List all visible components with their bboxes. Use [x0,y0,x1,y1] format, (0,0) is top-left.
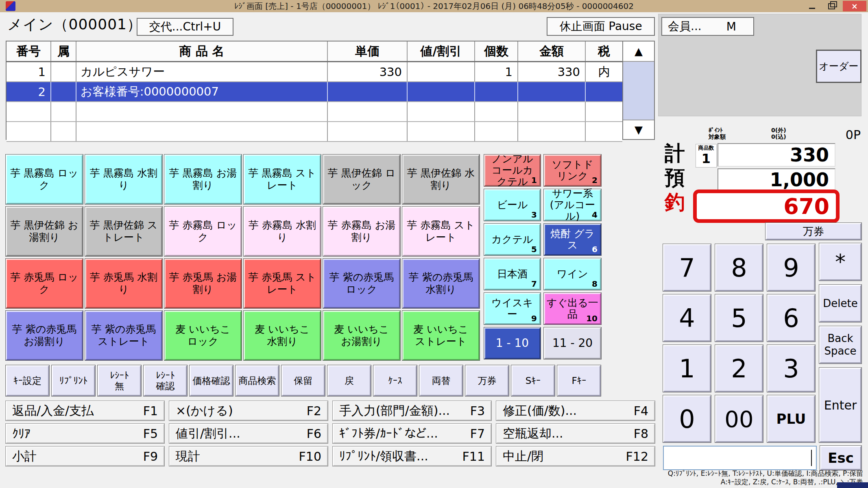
fkey-f11[interactable]: ﾘﾌﾟﾘﾝﾄ/領収書...F11 [333,447,491,466]
numpad-00[interactable]: 00 [715,395,763,442]
enter-button[interactable]: Enter [819,368,861,442]
pause-screen-button[interactable]: 休止画面 Pause [547,17,655,36]
product-button[interactable]: 芋 赤兎馬 水割り [85,259,162,308]
price-check-button[interactable]: 価格確認 [190,365,233,396]
product-button[interactable]: 芋 赤霧島 ストレート [402,207,480,256]
fkey-f3[interactable]: 手入力(部門/金額)...F3 [333,401,491,420]
product-button[interactable]: 芋 紫の赤兎馬 水割り [402,259,480,308]
product-button[interactable]: 芋 黒霧島 お湯割り [164,155,242,204]
product-button[interactable]: 芋 紫の赤兎馬 お湯割り [6,311,83,360]
plu-button[interactable]: PLU [767,395,815,442]
f-key-button[interactable]: Fｷｰ [557,365,601,396]
hold-button[interactable]: 保留 [281,365,325,396]
product-button-label: 芋 黒伊佐錦 ストレート [89,219,158,244]
reprint-button[interactable]: ﾘﾌﾟﾘﾝﾄ [52,365,95,396]
key-settings-button[interactable]: ｷｰ設定 [6,365,49,396]
close-button[interactable]: × [843,1,866,11]
numpad-6[interactable]: 6 [767,294,815,342]
member-button[interactable]: 会員... M [661,17,754,36]
product-button[interactable]: 麦 いいちこ ストレート [402,311,480,360]
category-button[interactable]: ソフトドリンク2 [544,155,601,186]
product-button-label: 芋 赤霧島 ロック [169,219,237,244]
numpad-7[interactable]: 7 [663,244,711,291]
restore-button[interactable] [823,1,840,11]
s-key-button[interactable]: Sｷｰ [511,365,555,396]
case-button[interactable]: ｹｰｽ [373,365,417,396]
numpad-8[interactable]: 8 [715,244,763,291]
numpad-9[interactable]: 9 [767,244,815,291]
category-button[interactable]: カクテル5 [484,224,541,255]
deposit-amount-value: 1,000 [770,169,829,191]
manken-row-button[interactable]: 万券 [465,365,509,396]
table-row[interactable] [7,102,622,122]
manken-button[interactable]: 万券 [765,223,861,240]
fkey-code: F2 [307,404,321,418]
numpad-2[interactable]: 2 [715,345,763,392]
no-receipt-button[interactable]: ﾚｼｰﾄ 無 [98,365,141,396]
product-button[interactable]: 麦 いいちこ 水割り [244,311,321,360]
fkey-f10[interactable]: 現計F10 [169,447,328,466]
product-button[interactable]: 芋 赤兎馬 ストレート [244,259,321,308]
category-button[interactable]: ノンアルコールカクテル1 [484,155,541,186]
product-button[interactable]: 麦 いいちこ お湯割り [323,311,400,360]
fkey-f12[interactable]: 中止/閉F12 [496,447,655,466]
product-button[interactable]: 芋 赤霧島 お湯割り [323,207,400,256]
minimize-button[interactable] [804,1,820,11]
numpad-4[interactable]: 4 [663,294,711,342]
category-button[interactable]: 日本酒7 [484,258,541,290]
category-button[interactable]: ビール3 [484,189,541,221]
esc-button[interactable]: Esc [820,446,861,470]
fkey-f1[interactable]: 返品/入金/支払F1 [6,401,164,420]
product-button[interactable]: 芋 赤霧島 ロック [164,207,242,256]
order-button[interactable]: オーダー [816,50,861,83]
fkey-f6[interactable]: 値引/割引...F6 [169,424,328,443]
fkey-f2[interactable]: ×(かける)F2 [169,401,328,420]
table-row[interactable]: 1 カルピスサワー 330 1 330 内 [7,62,622,82]
page-button-1-10[interactable]: 1 - 10 [484,327,541,359]
product-button[interactable]: 芋 赤兎馬 お湯割り [164,259,242,308]
table-row[interactable] [7,122,622,142]
product-button[interactable]: 芋 黒霧島 ストレート [244,155,321,204]
numpad-5[interactable]: 5 [715,294,763,342]
entry-input[interactable] [664,447,816,469]
category-button[interactable]: ワイン8 [544,258,601,290]
numpad-1[interactable]: 1 [663,345,711,392]
scroll-down-button[interactable]: ▼ [623,120,654,139]
category-button[interactable]: サワー系(アルコール)4 [544,189,601,221]
product-button[interactable]: 芋 黒伊佐錦 水割り [402,155,480,204]
member-button-label: 会員... [668,19,702,34]
table-row[interactable]: 2 お客様番号:0000000007 [7,82,622,102]
backspace-button[interactable]: Back Space [819,326,861,364]
fkey-f8[interactable]: 空瓶返却...F8 [496,424,655,443]
product-button[interactable]: 芋 黒伊佐錦 ロック [323,155,400,204]
receipt-confirm-button[interactable]: ﾚｼｰﾄ 確認 [144,365,187,396]
product-button[interactable]: 芋 黒霧島 ロック [6,155,83,204]
product-button[interactable]: 芋 赤兎馬 ロック [6,259,83,308]
numpad-3[interactable]: 3 [767,345,815,392]
fkey-f4[interactable]: 修正(価/数)...F4 [496,401,655,420]
product-button[interactable]: 芋 紫の赤兎馬 ストレート [85,311,162,360]
fkey-label: 現計 [176,448,200,465]
product-button[interactable]: 芋 黒霧島 水割り [85,155,162,204]
delete-button[interactable]: Delete [819,285,861,322]
numpad-0[interactable]: 0 [663,395,711,442]
product-button[interactable]: 芋 黒伊佐錦 ストレート [85,207,162,256]
table-scrollbar: ▲ ▼ [622,41,654,139]
shift-change-button[interactable]: 交代...Ctrl+U [137,18,233,36]
fkey-f7[interactable]: ｷﾞﾌﾄ券/ｶｰﾄﾞなど...F7 [333,424,491,443]
scroll-up-button[interactable]: ▲ [623,41,654,62]
fkey-f5[interactable]: ｸﾘｱF5 [6,424,164,443]
category-button[interactable]: ウイスキー9 [484,293,541,325]
product-button[interactable]: 芋 紫の赤兎馬 ロック [323,259,400,308]
product-button[interactable]: 麦 いいちこ ロック [164,311,242,360]
fkey-f9[interactable]: 小計F9 [6,447,164,466]
return-button[interactable]: 戻 [327,365,371,396]
category-button[interactable]: すぐ出る一品10 [544,293,601,325]
product-button[interactable]: 芋 黒伊佐錦 お湯割り [6,207,83,256]
exchange-button[interactable]: 両替 [419,365,463,396]
numpad-multiply[interactable]: * [819,243,861,281]
page-button-11-20[interactable]: 11 - 20 [544,327,601,359]
product-button[interactable]: 芋 赤霧島 水割り [244,207,321,256]
category-button[interactable]: 焼酎 グラス6 [544,224,601,255]
product-search-button[interactable]: 商品検索 [236,365,279,396]
